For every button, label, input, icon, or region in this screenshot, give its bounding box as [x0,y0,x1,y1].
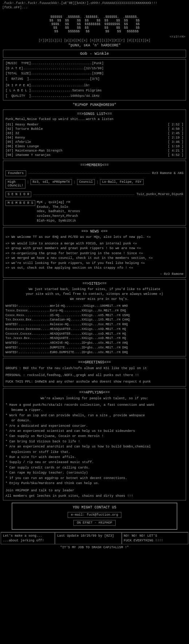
ripper-line: [R I P P E R]...........................… [5,83,184,88]
apply-item-5: * Can supply us Marijuana, Cocain or eve… [5,434,184,439]
main-container: .fuck!.fuck!.fuck!.fuuuuckkk!.[uE'RE][bA… [0,0,189,552]
tracks-list: [01] Heavy Member [ 2:52 ] [02] Torture … [5,123,184,157]
apply-item-7: * Are an experienced anarchist and can h… [5,444,184,449]
founders-value: Rz3 Ramone & AKG [152,172,184,175]
news-header: ==> NEWS <== [5,229,184,235]
high-council-member2: Council [77,179,95,185]
high-council-label: HighcOunciL! [5,179,25,189]
track-4-label: [04] Kenny [5,136,168,140]
track-6-label: [06] Elmos Lounge [5,145,168,148]
news-line-7: => us out, check out the applying sectio… [5,266,184,271]
member-name-4: xzoleex,henryX,Phrash [37,214,184,219]
top-banner: .fuck!.fuck!.fuck!.fuuuuckkk!.[uE'RE][bA… [1,1,188,11]
info-box: [MUSIC TYPE]............................… [3,59,186,101]
date-line: [D A T E]...............................… [5,66,184,71]
sites-box: ==>SITES<== We just started back, lookin… [3,279,186,357]
nfo-title: "RiPHOP PUNK@HORE99" [1,102,188,108]
apply-item-3: * Are a dedicated and experienced courie… [5,424,184,429]
ascii-logo: $$$$$$ .$$$$$$. .$$$$$$. .$$$$$$. .$$$$$… [1,11,188,35]
track-2-time: [ 4:50 ] [168,127,184,131]
apply-intro: We're always looking for people with tal… [5,396,184,402]
apply-item-6: * Can bring Sid Vicious back to life ! [5,439,184,444]
news-box: ==> NEWS <== => We welcome TT as our EHQ… [3,227,186,278]
sites-intro: We just started back, looking for sites,… [5,287,184,302]
apply-item-10: * Can supply credit cards or calling car… [5,465,184,470]
founders-row: Founders Rz3 Ramone & AKG [5,169,184,177]
track-3-time: [ 2:45 ] [168,132,184,135]
track-1-label: [01] Heavy Member [5,123,168,127]
apply-item-8: * Run a site T1+ with decent affils. [5,455,184,460]
contact-box: YOU MIGHT CONTACT US e-mail: fuck@fuctio… [12,503,177,530]
apply-item-2: * Work for an isp and can provide shells… [5,413,184,418]
apply-item-11: * Can rape my biology teacher. (seriousl… [5,470,184,475]
apply-item-2b: or domain. [5,418,184,423]
label-line: [ L A B E L ].....................Satans… [5,88,184,93]
member-name-5: Blah-Hipo, SymbiDtik [37,219,184,223]
footer-right-line2: FUCK EVERYTHING !!!! [124,538,186,543]
track-2-label: [02] Torture Bubble [5,127,168,131]
news-line-2: => We would like to anounce a merge with… [5,242,184,247]
footer-right: NO! NO! NO! LET'S FUCK EVERYTHING !!!! [122,532,188,544]
track-6: [06] Elmos Lounge [ 1:10 ] [5,144,184,149]
track-5-label: [05] Afebrile [5,140,168,144]
contact-title: YOU MIGHT CONTACT US [16,505,173,511]
sites-header: ==>SITES<== [5,281,184,287]
track-8: [08] iHanome Y naranjas [ 6:52 ] [5,153,184,157]
high-council-member3: Lo-Ball, Felipe, FSY [100,179,144,185]
track-3-label: [03] 32 [5,132,168,135]
news-line-6: => we're still looking for punk rippers,… [5,261,184,266]
track-8-label: [08] iHanome Y naranjas [5,153,168,157]
footer-mid: Last Update 10/25/99 by [RZ3] [55,532,121,544]
apply-leeches: All members get leeches in punk sites, c… [5,494,184,499]
apply-item-13: * Enjoy Punk/Ska/Hardcore and think can … [5,481,184,486]
member-name-3: odex, badhabit, Kronos [37,209,184,214]
member-name-1: MyK , quik[ag] rH [37,200,184,205]
sites-list: WANTED!.................World-HQ........… [5,304,184,355]
apply-item-4: * Are an experienced scientist and can h… [5,429,184,434]
greetings-text: GROUPS : BKF thx for the neu clash/nufn … [5,366,184,384]
apply-item-1b: became a ripper. [5,408,184,413]
members-members-row: M E M B E R S MyK , quik[ag] rH Exoduz, … [5,199,184,224]
tagline: "pUNX, sKA 'n' hARDCORE" [1,43,188,48]
members-names: MyK , quik[ag] rH Exoduz, The_Solo odex,… [37,200,184,223]
senior-dots [33,194,134,195]
track-7: [07] Maintenance-Man Strength [ 4:21 ] [5,149,184,153]
contact-efnet: ON EFNET - #RiPHOP [73,520,115,526]
members-box: ==>MEMBERS<== Founders Rz3 Ramone & AKG … [3,161,186,226]
apply-box: ==>APPLY1NG<== We're always looking for … [3,388,186,500]
banner-line1: .fuck!.fuck!.fuck!.fuuuuckkk!.[uE'RE][bA… [2,1,187,6]
footer-mid-line1: Last Update 10/25/99 by [RZ3] [57,534,119,538]
high-council-separator: | [27,179,29,184]
bottom-quote: "IT'S MY JOB TO SMASH CAPiTALiSM !" [1,544,188,551]
track-5-time: [ 3:46 ] [168,140,184,144]
quality-line: [ QUALITY ]....................160kbps/4… [5,94,184,99]
member-name-2: Exoduz, The_Solo [37,205,184,210]
news-text: => We welcome TT as our EHQ and PC/ED as… [5,235,184,271]
apply-item-7b: explosives or stuff like that. [5,450,184,455]
apply-header: ==>APPLY1NG<== [5,390,184,396]
apply-text: We're always looking for people with tal… [5,396,184,499]
members-label: M E M B E R S [5,200,35,206]
release-name: Gob - Winkle [80,51,109,56]
news-line-4: => re-organizing the group for better pu… [5,251,184,256]
apply-item-1: * Have a good punk/hc/ska/alt records co… [5,402,184,408]
songs-description: Punk,Metal,Noise fucked up weird shit...… [5,117,184,123]
track-1: [01] Heavy Member [ 2:52 ] [5,123,184,127]
track-3: [03] 32 [ 2:45 ] [5,131,184,136]
track-7-time: [ 4:21 ] [168,149,184,153]
track-5: [05] Afebrile [ 3:46 ] [5,140,184,144]
high-council-row: HighcOunciL! | Rz3, sdl, xPROpHeTX | Cou… [5,178,184,189]
high-council-member1: Rz3, sdl, xPROpHeTX [31,179,72,185]
apply-item-12: * If you can run an eggdrop or botnet wi… [5,476,184,481]
footer-left: Let's make a song... ...about jerking of… [1,532,55,544]
founders-dots [28,173,150,174]
track-4-time: [ 2:19 ] [168,136,184,140]
greetings-header: ==>GREETINGS<== [5,360,184,366]
track-4: [04] Kenny [ 2:19 ] [5,136,184,140]
news-line-3: => group with great members and great pu… [5,246,184,251]
greetings-box: ==>GREETINGS<== GROUPS : BKF thx for the… [3,358,186,386]
news-line-5: => we merged we have a neu council, chec… [5,256,184,261]
rz3-tag: <rz3!rH> [1,35,188,39]
release-name-box: Gob - Winkle [3,50,186,58]
banner-line2: [fUCk.oFF]... [2,6,187,10]
